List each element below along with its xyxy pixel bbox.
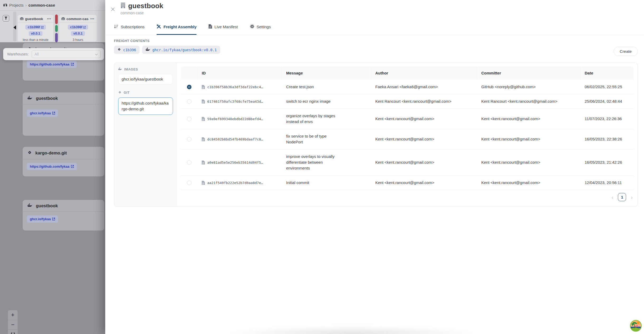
filter-button[interactable]	[3, 15, 9, 22]
git-commit-icon	[117, 48, 121, 52]
file-icon	[202, 181, 205, 185]
warehouse-drawer: guestbook common-case Subscriptions Frei…	[105, 0, 644, 334]
commit-message: fix service to be of type NodePort	[282, 133, 348, 145]
stage-color-pills	[55, 15, 58, 42]
row-radio[interactable]	[187, 137, 191, 142]
version-chip[interactable]: v0.0.1	[29, 31, 43, 36]
collapse-arrow-icon[interactable]	[13, 25, 16, 30]
fit-view-button[interactable]	[8, 330, 18, 334]
commit-chip[interactable]: c1b396f	[25, 25, 46, 30]
version-chip[interactable]: v0.0.1	[71, 31, 85, 36]
commit-message: Initial commit	[282, 180, 348, 186]
card-title: kargo-demo.git	[35, 150, 67, 156]
image-tag[interactable]: ghcr.io/fykaa/guestbook:v0.0.1	[142, 46, 220, 54]
island-badge[interactable]	[629, 319, 642, 332]
row-radio[interactable]	[187, 181, 191, 185]
header-date: Date	[580, 67, 634, 80]
git-section-label: GIT	[118, 91, 173, 95]
commit-message: improve overlays to visually differentia…	[282, 154, 348, 171]
commit-id: c1b396f58b36a3df3daf22ebc4…	[207, 85, 263, 89]
minicard-menu-dots[interactable]: •••	[47, 17, 51, 21]
background-page: Projects › common-case guestbook ••• c1b…	[0, 0, 105, 334]
minicard-menu-dots[interactable]: •••	[90, 17, 94, 21]
image-card-guestbook-2[interactable]: guestbook ghcr.io/fykaa	[23, 200, 104, 230]
repo-card-kargo-demo-2[interactable]: kargo-demo.git https://github.com/fykaa	[23, 147, 104, 176]
next-page-button[interactable]: ›	[631, 193, 633, 201]
zoom-in-button[interactable]: +	[8, 310, 18, 320]
image-link-chip[interactable]: ghcr.io/fykaa	[27, 110, 58, 117]
commit-chip[interactable]: c1b396f	[68, 25, 88, 30]
freight-contents-tags: c1b396 ghcr.io/fykaa/guestbook:v0.0.1	[114, 46, 220, 54]
repo-link-chip[interactable]: https://github.com/fykaa	[27, 163, 77, 170]
table-row[interactable]: 617461f50afc3f68cfe75ea43d… switch to ec…	[181, 94, 634, 109]
fullscreen-icon	[11, 333, 15, 334]
minicard-title: guestbook	[25, 17, 45, 21]
zoom-out-button[interactable]: −	[8, 320, 18, 330]
commit-committer: GitHub <noreply@github.com>	[477, 84, 580, 90]
row-radio[interactable]	[187, 117, 191, 121]
breadcrumb-projects[interactable]: Projects	[9, 3, 23, 7]
commit-date: 25/06/2024, 02:48:44	[580, 98, 634, 104]
commit-date: 11/07/2023, 22:26:36	[580, 116, 634, 122]
file-icon	[202, 85, 205, 89]
tab-live-manifest[interactable]: Live Manifest	[209, 20, 238, 35]
breadcrumb: Projects › common-case	[0, 0, 105, 11]
tab-settings[interactable]: Settings	[250, 20, 271, 35]
git-repo-input[interactable]: https://github.com/fykaa/kargo-demo.git	[118, 97, 173, 115]
row-radio[interactable]	[187, 160, 191, 165]
commit-author: Kent <kent.rancourt@gmail.com>	[371, 159, 477, 165]
tab-freight-assembly[interactable]: Freight Assembly	[157, 20, 196, 35]
canvas-zoom-controls: + −	[8, 310, 18, 334]
git-commit-icon	[118, 91, 122, 95]
docker-icon	[27, 96, 32, 101]
file-icon	[202, 137, 205, 141]
commit-author: Faeka Ansari <faeka6@gmail.com>	[371, 84, 477, 90]
stage-pill-purple	[55, 33, 58, 42]
header-message: Message	[282, 67, 371, 80]
header-id: ID	[198, 67, 282, 80]
close-button[interactable]	[111, 7, 115, 11]
warehouse-minicard-common-case[interactable]: common-case ••• c1b396f v0.0.1 3 hours	[59, 15, 97, 42]
create-button[interactable]: Create	[614, 47, 638, 56]
projects-icon	[3, 3, 7, 8]
commit-id: dc84502b8bd54fb469bdaaf7c8…	[207, 137, 263, 141]
git-commit-icon	[27, 150, 32, 156]
commit-message: Create test.json	[282, 84, 348, 90]
stage-pill-red	[55, 15, 58, 24]
commit-tag[interactable]: c1b396	[114, 46, 140, 54]
table-header: ID Message Author Committer Date	[181, 67, 634, 80]
repo-link-chip[interactable]: https://github.com/fykaa	[27, 61, 77, 68]
image-repo-item[interactable]: ghcr.io/fykaa/guestbook	[118, 74, 173, 84]
warehouses-select[interactable]: All	[32, 50, 101, 58]
warehouse-building-icon	[121, 3, 126, 9]
image-link-chip[interactable]: ghcr.io/fykaa	[27, 215, 58, 223]
commit-committer: Kent <kent.rancourt@gmail.com>	[477, 116, 580, 122]
row-radio-selected[interactable]	[187, 85, 191, 89]
breadcrumb-separator: ›	[25, 3, 27, 7]
commit-author: Kent <kent.rancourt@gmail.com>	[371, 180, 477, 186]
prev-page-button[interactable]: ‹	[612, 193, 613, 201]
table-row[interactable]: a0e81ad5e5e256eb35614d04f5… improve over…	[181, 149, 634, 176]
commit-table: ID Message Author Committer Date c1b396f…	[177, 63, 637, 206]
pagination: ‹ 1 ›	[612, 193, 633, 201]
breadcrumb-current: common-case	[28, 3, 55, 7]
table-row[interactable]: aa21f540fb222e52b7d0aa8d7e… Initial comm…	[181, 176, 634, 190]
card-title: guestbook	[36, 96, 58, 101]
commit-date: 16/05/2023, 21:42:26	[580, 159, 634, 165]
image-card-guestbook-1[interactable]: guestbook ghcr.io/fykaa	[23, 92, 104, 136]
table-row[interactable]: c1b396f58b36a3df3daf22ebc4… Create test.…	[181, 80, 634, 94]
file-icon	[202, 117, 205, 121]
drawer-tabs: Subscriptions Freight Assembly Live Mani…	[105, 20, 644, 35]
row-radio[interactable]	[187, 99, 191, 104]
subscriptions-sidebar: IMAGES ghcr.io/fykaa/guestbook GIT https…	[114, 63, 177, 206]
warehouse-icon	[61, 16, 65, 21]
table-row[interactable]: 59a9ef699348ebdbd22d8befd4… organize ove…	[181, 109, 634, 129]
commit-id: 617461f50afc3f68cfe75ea43d…	[207, 100, 263, 104]
freight-age: 3 hours	[73, 38, 83, 42]
page-1-button[interactable]: 1	[618, 193, 626, 201]
warehouse-minicard-guestbook[interactable]: guestbook ••• c1b396f v0.0.1 less than a…	[17, 15, 54, 42]
chevron-down-icon	[95, 52, 98, 56]
table-row[interactable]: dc84502b8bd54fb469bdaaf7c8… fix service …	[181, 129, 634, 149]
commit-committer: Kent <kent.rancourt@gmail.com>	[477, 180, 580, 186]
tab-subscriptions[interactable]: Subscriptions	[114, 20, 145, 35]
